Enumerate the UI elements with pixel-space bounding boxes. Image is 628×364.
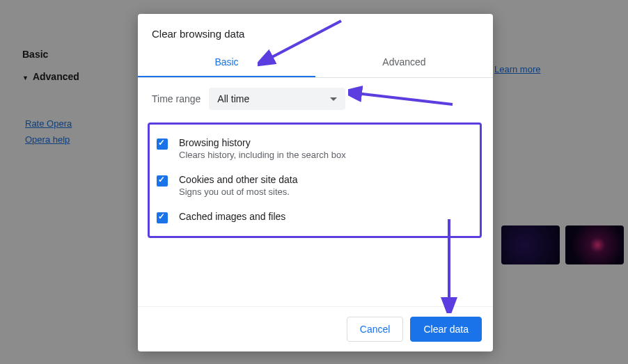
- time-range-select[interactable]: All time: [209, 88, 345, 110]
- annotation-highlight-box: Browsing history Clears history, includi…: [148, 122, 482, 238]
- time-range-label: Time range: [152, 93, 201, 104]
- checkbox-browsing-history[interactable]: [157, 139, 168, 150]
- time-range-row: Time range All time: [138, 78, 493, 120]
- option-browsing-history[interactable]: Browsing history Clears history, includi…: [157, 130, 473, 167]
- dialog-tabs: Basic Advanced: [138, 48, 493, 78]
- tab-advanced[interactable]: Advanced: [315, 48, 493, 77]
- option-title: Cached images and files: [179, 211, 285, 222]
- option-title: Cookies and other site data: [179, 174, 297, 185]
- option-cookies[interactable]: Cookies and other site data Signs you ou…: [157, 167, 473, 204]
- option-title: Browsing history: [179, 137, 346, 148]
- checkbox-cached[interactable]: [157, 212, 168, 223]
- cancel-button[interactable]: Cancel: [347, 317, 404, 342]
- option-subtitle: Clears history, including in the search …: [179, 150, 346, 160]
- dialog-actions: Cancel Clear data: [138, 306, 493, 351]
- clear-options: Browsing history Clears history, includi…: [138, 120, 493, 241]
- checkbox-cookies[interactable]: [157, 175, 168, 187]
- dialog-title: Clear browsing data: [138, 14, 493, 48]
- tab-basic[interactable]: Basic: [138, 48, 315, 77]
- clear-browsing-data-dialog: Clear browsing data Basic Advanced Time …: [138, 14, 493, 351]
- option-subtitle: Signs you out of most sites.: [179, 187, 297, 197]
- chevron-down-icon: [330, 97, 337, 101]
- option-cached[interactable]: Cached images and files: [157, 204, 473, 230]
- time-range-value: All time: [217, 93, 249, 104]
- clear-data-button[interactable]: Clear data: [410, 317, 482, 342]
